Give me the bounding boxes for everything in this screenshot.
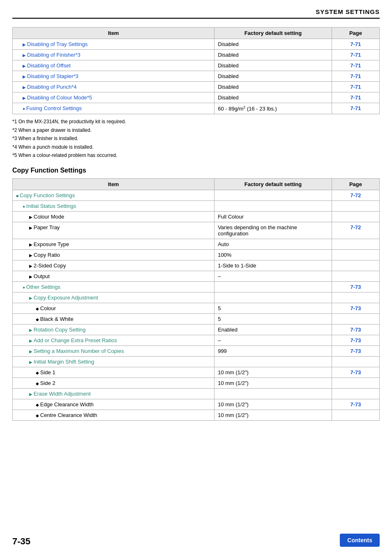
factory-value: Disabled	[214, 50, 332, 60]
table-row: ▶ Output	[13, 271, 214, 282]
table-row: ◆ Black & White	[13, 314, 214, 325]
table-row: ◆ Colour	[13, 303, 214, 314]
table-row: ● Fusing Control Settings	[13, 103, 214, 114]
table-row: ◆ Side 2	[13, 378, 214, 389]
page-ref[interactable]: 7-73	[332, 367, 379, 378]
page-ref[interactable]	[332, 260, 379, 271]
copy-function-table: Item Factory default setting Page ■ Copy…	[12, 178, 380, 421]
factory-value	[214, 389, 332, 399]
system-settings-title: SYSTEM SETTINGS	[316, 8, 380, 15]
footnote: *3 When a finisher is installed.	[12, 134, 380, 143]
col-factory-top: Factory default setting	[214, 28, 332, 39]
table-row: ▶ Disabling of Finisher*3	[13, 50, 214, 60]
table-row: ◆ Side 1	[13, 367, 214, 378]
page-ref[interactable]: 7-71	[332, 92, 379, 103]
table-row: ▶ Paper Tray	[13, 222, 214, 239]
factory-value: 5	[214, 314, 332, 325]
factory-value: 999	[214, 346, 332, 357]
table-row: ■ Copy Function Settings	[13, 190, 214, 201]
page-ref[interactable]: 7-73	[332, 303, 379, 314]
table-row: ▶ Disabling of Colour Mode*5	[13, 92, 214, 103]
factory-value: 1-Side to 1-Side	[214, 260, 332, 271]
col-factory-copy: Factory default setting	[214, 179, 332, 190]
factory-value	[214, 201, 332, 212]
factory-value: 60 - 89g/m2 (16 - 23 lbs.)	[214, 103, 332, 114]
table-row: ◆ Centre Clearance Width	[13, 410, 214, 421]
table-row: ▶ Copy Exposure Adjustment	[13, 292, 214, 303]
page-ref[interactable]: 7-73	[332, 282, 379, 292]
page-ref[interactable]	[332, 201, 379, 212]
footnote: *2 When a paper drawer is installed.	[12, 126, 380, 134]
col-page-copy: Page	[332, 179, 379, 190]
factory-value: Disabled	[214, 92, 332, 103]
table-row: ▶ Disabling of Punch*4	[13, 82, 214, 92]
factory-value: Auto	[214, 239, 332, 250]
table-row: ▶ Exposure Type	[13, 239, 214, 250]
page-ref[interactable]: 7-73	[332, 325, 379, 335]
page-ref[interactable]: 7-73	[332, 346, 379, 357]
table-row: ▶ Disabling of Stapler*3	[13, 71, 214, 82]
table-row: ▶ Rotation Copy Setting	[13, 325, 214, 335]
table-row: ▶ Setting a Maximum Number of Copies	[13, 346, 214, 357]
factory-value: 10 mm (1/2")	[214, 410, 332, 421]
factory-value: 10 mm (1/2")	[214, 399, 332, 410]
factory-value: Full Colour	[214, 212, 332, 222]
page-ref[interactable]	[332, 271, 379, 282]
factory-value: 5	[214, 303, 332, 314]
top-table: Item Factory default setting Page ▶ Disa…	[12, 27, 380, 114]
page-ref[interactable]	[332, 357, 379, 367]
page-ref[interactable]: 7-71	[332, 50, 379, 60]
table-row: ▶ Disabling of Offset	[13, 60, 214, 71]
page-ref[interactable]: 7-71	[332, 60, 379, 71]
factory-value: Disabled	[214, 71, 332, 82]
page-number: 7-35	[12, 536, 30, 547]
factory-value: Disabled	[214, 60, 332, 71]
table-row: ▶ Initial Margin Shift Setting	[13, 357, 214, 367]
factory-value	[214, 292, 332, 303]
table-row: ▶ 2-Sided Copy	[13, 260, 214, 271]
factory-value: 10 mm (1/2")	[214, 367, 332, 378]
page-ref[interactable]: 7-71	[332, 71, 379, 82]
page-ref[interactable]	[332, 389, 379, 399]
factory-value	[214, 190, 332, 201]
contents-button[interactable]: Contents	[340, 534, 380, 547]
table-row: ● Other Settings	[13, 282, 214, 292]
col-item-copy: Item	[13, 179, 214, 190]
col-item-top: Item	[13, 28, 214, 39]
page-ref[interactable]: 7-72	[332, 222, 379, 239]
table-row: ● Initial Status Settings	[13, 201, 214, 212]
footnotes: *1 On the MX-2314N, the productivity kit…	[12, 117, 380, 159]
table-row: ▶ Colour Mode	[13, 212, 214, 222]
page-ref[interactable]: 7-73	[332, 399, 379, 410]
table-row: ◆ Edge Clearance Width	[13, 399, 214, 410]
table-row: ▶ Erase Width Adjustment	[13, 389, 214, 399]
page-container: SYSTEM SETTINGS Item Factory default set…	[0, 0, 392, 555]
page-ref[interactable]	[332, 292, 379, 303]
page-ref[interactable]: 7-71	[332, 39, 379, 50]
footnote: *1 On the MX-2314N, the productivity kit…	[12, 117, 380, 126]
page-ref[interactable]	[332, 314, 379, 325]
col-page-top: Page	[332, 28, 379, 39]
factory-value: Disabled	[214, 39, 332, 50]
factory-value	[214, 357, 332, 367]
factory-value: 10 mm (1/2")	[214, 378, 332, 389]
page-ref[interactable]: 7-71	[332, 103, 379, 114]
page-ref[interactable]	[332, 239, 379, 250]
factory-value: –	[214, 335, 332, 346]
page-ref[interactable]	[332, 250, 379, 260]
page-ref[interactable]	[332, 212, 379, 222]
factory-value: Varies depending on the machine configur…	[214, 222, 332, 239]
page-ref[interactable]: 7-71	[332, 82, 379, 92]
table-row: ▶ Disabling of Tray Settings	[13, 39, 214, 50]
factory-value: Enabled	[214, 325, 332, 335]
page-ref[interactable]	[332, 378, 379, 389]
factory-value	[214, 282, 332, 292]
copy-function-heading: Copy Function Settings	[12, 167, 380, 174]
factory-value: Disabled	[214, 82, 332, 92]
page-ref[interactable]: 7-72	[332, 190, 379, 201]
page-header: SYSTEM SETTINGS	[12, 8, 380, 19]
page-ref[interactable]: 7-73	[332, 335, 379, 346]
table-row: ▶ Add or Change Extra Preset Ratios	[13, 335, 214, 346]
page-ref[interactable]	[332, 410, 379, 421]
footnote: *5 When a colour-related problem has occ…	[12, 151, 380, 159]
